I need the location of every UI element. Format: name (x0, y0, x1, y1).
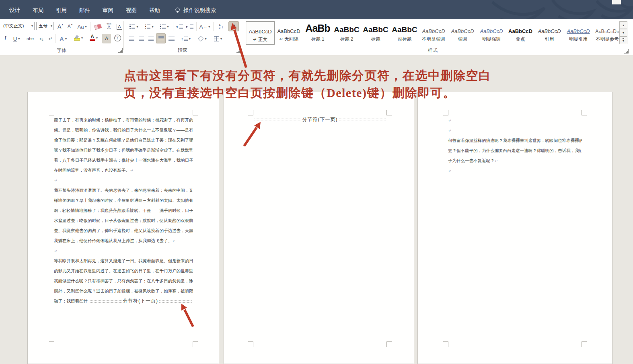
styles-more-button[interactable]: ▾ (619, 37, 627, 44)
style-heading-2[interactable]: AaBbC 标题 2 (333, 21, 361, 44)
tab-layout[interactable]: 布局 (31, 6, 45, 15)
text-line: ↵ (448, 166, 582, 176)
up-arrow-icon: ▴ (623, 23, 624, 27)
shrink-font-button[interactable]: A ▾ (65, 22, 75, 31)
bullets-button[interactable]: ▾ (127, 22, 141, 31)
distribute-button[interactable] (166, 34, 176, 43)
align-left-button[interactable] (127, 34, 136, 43)
leftright-arrow: ↔ (203, 25, 207, 29)
sort-button[interactable]: A Z ↓ (216, 22, 227, 31)
style-label: 明显强调 (477, 36, 506, 42)
style-subtle-emphasis[interactable]: AaBbCcD 不明显强调 (419, 21, 448, 44)
document-page-2[interactable]: 分节符(下一页) (224, 92, 414, 364)
increase-indent-button[interactable]: ▸ (185, 22, 195, 31)
style-intense-quote[interactable]: AaBbCcD 明显引用 (564, 21, 592, 44)
asian-layout-button[interactable]: A ↔ ▾ (198, 22, 212, 31)
tab-help[interactable]: 帮助 (148, 6, 161, 15)
text-line: ↵ (54, 246, 193, 256)
styles-group-label: 样式 (242, 47, 624, 54)
paragraph-mark: ↵ (448, 169, 452, 173)
change-case-button[interactable]: Aa ▾ (76, 22, 88, 31)
character-shading-button[interactable]: A (102, 34, 111, 43)
styles-scroll-up[interactable]: ▴ (619, 21, 627, 29)
tab-references[interactable]: 引用 (55, 6, 68, 15)
line-text: 燕子去了，有再来的时候；杨柳枯了，有再青的时候；桃花谢了，有再开的时 (54, 117, 193, 122)
style-normal[interactable]: AaBbCcD ↵ 正文 (246, 21, 275, 45)
enclose-characters-button[interactable]: 字 (113, 33, 122, 43)
style-strong[interactable]: AaBbCcD 要点 (506, 21, 534, 44)
text-line: 我能做些什么呢？只有徘徊罢了，只有匆匆罢了；在八千多日的匆匆里，除徘 (54, 276, 193, 286)
chevron-down-icon: ▾ (205, 37, 206, 41)
style-quote[interactable]: AaBbCcD 引用 (535, 21, 563, 44)
style-label: 标题 (362, 36, 390, 42)
style-subtitle[interactable]: AaBbC 副标题 (390, 21, 419, 44)
subscript-button[interactable]: x₂ (37, 34, 46, 43)
font-color-button[interactable]: A ▾ (87, 33, 101, 43)
show-hide-marks-icon: ↵ (232, 23, 236, 29)
borders-button[interactable]: ▾ (212, 34, 224, 43)
chevron-down-icon: ▾ (85, 25, 86, 29)
text-line: 的影儿又开始在叹息里闪过了。在逃去如飞的日子里，在千门万户的世界里的 (54, 266, 193, 276)
align-right-icon (148, 37, 154, 41)
page-1-lines: 燕子去了，有再来的时候；杨柳枯了，有再青的时候；桃花谢了，有再开的时 候。但是，… (54, 115, 193, 296)
text-line: ↵ (54, 175, 193, 185)
style-emphasis[interactable]: AaBbCcD 强调 (448, 21, 477, 44)
shading-button[interactable]: ▾ (196, 34, 209, 43)
style-subtle-reference[interactable]: AaBbCcDd 不明显参考 (593, 21, 621, 44)
justify-button[interactable] (156, 33, 166, 43)
text-line: ↵ (448, 115, 582, 125)
phonetic-guide-button[interactable]: wén 文 (104, 21, 114, 31)
clear-formatting-button[interactable] (92, 22, 103, 31)
document-page-3[interactable]: ↵ ↵ 何曾留着像游丝样的痕迹呢？我赤裸裸来到这世界，转眼间也将赤裸裸的回去 罢… (417, 92, 612, 364)
font-name-combo[interactable]: (中文正文) ▾ (1, 22, 35, 30)
annotation-text: 点击这里看下有没有分页符，有就先删除分页符，在选中删除空白 页，没有直接选中空白… (124, 67, 491, 101)
margin-mark-top-left (443, 110, 448, 115)
margin-mark-bottom-left (248, 341, 253, 347)
show-hide-marks-button[interactable]: ↵ (228, 21, 239, 31)
style-sample: AaBbCcDd (593, 21, 621, 35)
numbering-icon (145, 25, 150, 29)
text-highlight-button[interactable]: ▾ (72, 33, 85, 43)
strikethrough-button[interactable]: abc (24, 34, 36, 43)
superscript-button[interactable]: x² (46, 34, 55, 43)
tab-design[interactable]: 设计 (8, 6, 21, 15)
text-line: 去。我觉察他去的匆匆了，伸出手遮挽时，他又从遮挽着的手边过去，天黑时， (54, 226, 193, 236)
align-center-button[interactable] (137, 34, 146, 43)
style-title[interactable]: AaBbC 标题 (362, 21, 390, 44)
document-page-1[interactable]: 燕子去了，有再来的时候；杨柳枯了，有再青的时候；桃花谢了，有再开的时 候。但是，… (27, 92, 219, 364)
align-left-icon (129, 37, 134, 41)
text-effects-button[interactable]: A ▾ (57, 34, 69, 43)
underline-button[interactable]: U ▾ (10, 34, 23, 43)
chevron-down-icon: ▾ (220, 37, 222, 41)
styles-scroll-down[interactable]: ▾ (619, 29, 627, 37)
phonetic-guide-icon: wén 文 (107, 23, 111, 29)
up-caret: ▴ (62, 23, 63, 26)
paragraph-mark: ↵ (54, 249, 58, 253)
style-no-spacing[interactable]: AaBbCcD ↵ 无间隔 (275, 21, 303, 44)
tab-review[interactable]: 审阅 (101, 6, 115, 15)
font-size-combo[interactable]: 五号 ▾ (36, 22, 54, 30)
decrease-indent-button[interactable]: ◂ (175, 22, 184, 31)
style-intense-emphasis[interactable]: AaBbCcD 明显强调 (477, 21, 506, 44)
style-heading-1[interactable]: AaBb 标题 1 (304, 21, 332, 44)
line-spacing-icon (184, 37, 188, 41)
page-3-lines: ↵ ↵ 何曾留着像游丝样的痕迹呢？我赤裸裸来到这世界，转眼间也将赤裸裸的回去 罢… (448, 115, 582, 176)
paragraph-dialog-launcher[interactable] (236, 48, 241, 53)
tell-me-search[interactable]: 操作说明搜索 (175, 6, 216, 15)
align-right-button[interactable] (146, 34, 155, 43)
grow-font-button[interactable]: A ▴ (55, 22, 65, 31)
tab-mailings[interactable]: 邮件 (78, 6, 91, 15)
numbering-button[interactable]: ▾ (142, 22, 156, 31)
character-border-button[interactable]: A (115, 22, 124, 31)
font-dialog-launcher[interactable] (118, 48, 123, 53)
styles-dialog-launcher[interactable] (624, 49, 629, 53)
style-sample: AaBbCcD (535, 21, 563, 35)
italic-button[interactable]: I (2, 34, 9, 43)
tab-view[interactable]: 视图 (125, 6, 138, 15)
multilevel-list-button[interactable]: ▾ (158, 22, 171, 31)
section-break-label: 分节符(下一页) (302, 116, 338, 123)
left-arrow: ◂ (176, 24, 178, 29)
page-1-text: 燕子去了，有再来的时候；杨柳枯了，有再青的时候；桃花谢了，有再开的时 候。但是，… (54, 115, 193, 306)
line-spacing-button[interactable]: ↕ ▾ (179, 34, 192, 43)
down-caret: ▾ (71, 23, 73, 26)
